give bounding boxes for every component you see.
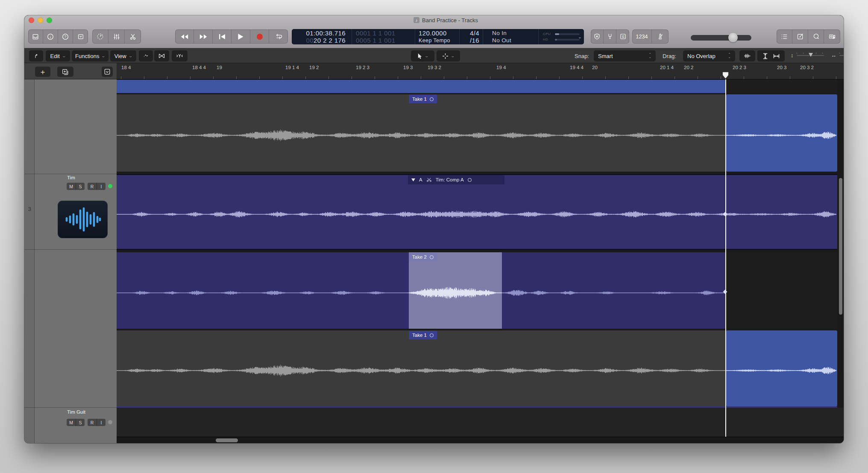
horizontal-zoom-slider[interactable]: ↔ [831, 52, 844, 58]
comp-region-header[interactable]: A Tim: Comp A [408, 175, 504, 184]
ruler-label: 19 3 2 [428, 65, 441, 70]
count-in-button[interactable]: 1234 [632, 29, 652, 44]
tuner-fork-icon[interactable] [604, 29, 616, 44]
solo-button[interactable]: S [76, 419, 85, 426]
duplicate-track-button[interactable] [57, 67, 73, 77]
track-name[interactable]: Tim Guit [67, 409, 85, 415]
stop-go-to-beginning-icon[interactable] [213, 29, 232, 44]
command-click-tool-menu[interactable]: ⌄ [437, 50, 460, 61]
zoom-button[interactable] [47, 18, 52, 23]
track-header-config-button[interactable] [102, 67, 113, 77]
view-menu[interactable]: View⌄ [110, 50, 136, 61]
project-doc-icon: ♪ [413, 17, 419, 23]
take-circle-icon[interactable] [430, 255, 434, 259]
drag-select[interactable]: No Overlap ⌃⌄ [683, 50, 735, 61]
waveform-zoom-icon[interactable] [739, 50, 755, 61]
mixer-icon[interactable] [108, 29, 125, 44]
take1-bottom-chip[interactable]: Take 1 [409, 331, 437, 339]
rewind-icon[interactable] [175, 29, 194, 44]
lcd-signature[interactable]: 4/4 /16 [459, 29, 483, 44]
media-browser-icon[interactable] [824, 29, 840, 44]
input-active-dot [108, 184, 112, 188]
take-circle-icon[interactable] [430, 333, 434, 337]
functions-menu[interactable]: Functions⌄ [72, 50, 108, 61]
tracks-area-menubar: Edit⌄ Functions⌄ View⌄ ⌄ [24, 49, 844, 63]
take2-chip[interactable]: Take 2 [409, 253, 437, 261]
library-icon[interactable] [28, 29, 43, 44]
input-monitor-button[interactable]: I [97, 419, 106, 426]
take1-top-chip[interactable]: Take 1 [409, 95, 437, 103]
lcd-tempo[interactable]: 120.0000 Keep Tempo [415, 29, 459, 44]
take-circle-icon[interactable] [468, 178, 472, 182]
master-mute-icon[interactable] [591, 29, 604, 44]
lcd-locators[interactable]: 0001 1 1 001 0005 1 1 001 [352, 29, 415, 44]
solo-button[interactable]: S [76, 183, 85, 190]
inspector-info-icon[interactable]: i [43, 29, 58, 44]
track-list-header: ＋ [24, 63, 117, 79]
cycle-icon[interactable] [269, 29, 288, 44]
tim-guit-track-lane[interactable] [117, 408, 844, 437]
record-enable-button[interactable]: R [88, 183, 97, 190]
editors-scissors-icon[interactable] [125, 29, 141, 44]
bars-ruler[interactable]: 18 418 4 41919 1 419 219 2 319 319 3 219… [117, 63, 844, 79]
loop-browser-icon[interactable] [808, 29, 824, 44]
cpu-meter [555, 33, 580, 35]
play-icon[interactable] [232, 29, 250, 44]
empty-lane-right [725, 80, 837, 93]
ruler-label: 19 2 3 [356, 65, 369, 70]
arrange-area[interactable]: Take 1 A Tim: Comp A Take 2 [117, 79, 844, 443]
quick-help-icon[interactable]: ? [58, 29, 73, 44]
ruler-label: 19 4 4 [570, 65, 584, 70]
svg-text:i: i [50, 35, 51, 39]
left-click-tool-menu[interactable]: ⌄ [411, 50, 434, 61]
lcd-time[interactable]: 01:00:38.716 0020 2 2 176 [292, 29, 352, 44]
lcd-meters: CPU HD ⌄ [538, 29, 584, 44]
add-track-button[interactable]: ＋ [35, 67, 50, 77]
track-icon-waveform[interactable] [58, 201, 108, 238]
vertical-zoom-slider[interactable]: ↕ [791, 52, 824, 58]
region-comp-strip-above[interactable] [117, 80, 725, 93]
toolbar-toggle-icon[interactable] [73, 29, 88, 44]
automation-icon[interactable] [139, 50, 153, 61]
horizontal-scrollbar-thumb[interactable] [216, 438, 238, 442]
nudge-back-icon[interactable] [29, 50, 43, 61]
comp-region-name[interactable]: Tim: Comp A [436, 177, 464, 182]
snap-select[interactable]: Smart ⌃⌄ [594, 50, 656, 61]
vertical-scrollbar-thumb[interactable] [839, 178, 842, 315]
crossfade-icon[interactable] [154, 50, 169, 61]
take-folder-disclosure-icon[interactable] [411, 178, 415, 181]
mute-button[interactable]: M [67, 183, 76, 190]
playhead-marker-icon[interactable] [722, 72, 729, 79]
forward-icon[interactable] [194, 29, 213, 44]
track-number-strip [24, 79, 35, 443]
note-pads-icon[interactable] [792, 29, 808, 44]
playhead-line[interactable] [725, 79, 726, 437]
comp-letter[interactable]: A [419, 177, 422, 182]
edit-menu[interactable]: Edit⌄ [46, 50, 70, 61]
track-name[interactable]: Tim [67, 175, 75, 180]
waveform-take2 [117, 252, 844, 329]
list-editors-icon[interactable] [777, 29, 792, 44]
record-enable-button[interactable]: R [88, 419, 97, 426]
mute-button[interactable]: M [67, 419, 76, 426]
volume-knob[interactable] [728, 33, 738, 42]
close-button[interactable] [29, 18, 34, 23]
input-monitor-button[interactable]: I [97, 183, 106, 190]
minimize-button[interactable] [38, 18, 43, 23]
master-volume-slider[interactable] [691, 35, 751, 41]
zoom-buttons[interactable] [757, 50, 785, 61]
take-circle-icon[interactable] [430, 97, 434, 101]
catch-playhead-icon[interactable] [172, 50, 188, 61]
transport-group [175, 29, 288, 44]
smart-controls-icon[interactable] [92, 29, 108, 44]
lcd-io[interactable]: No In No Out [483, 29, 538, 44]
solo-icon[interactable]: S [616, 29, 629, 44]
record-icon[interactable] [250, 29, 269, 44]
comp-scissors-icon[interactable] [426, 178, 432, 182]
window-title: Band Practice - Tracks [422, 17, 478, 23]
track-headers-column: 3 Tim MS RI [24, 79, 117, 443]
metronome-icon[interactable] [652, 29, 669, 44]
lcd-display[interactable]: 01:00:38.716 0020 2 2 176 0001 1 1 001 0… [292, 29, 584, 44]
horizontal-scrollbar[interactable] [117, 437, 844, 443]
lcd-mode-chevron-icon[interactable]: ⌄ [578, 34, 582, 40]
